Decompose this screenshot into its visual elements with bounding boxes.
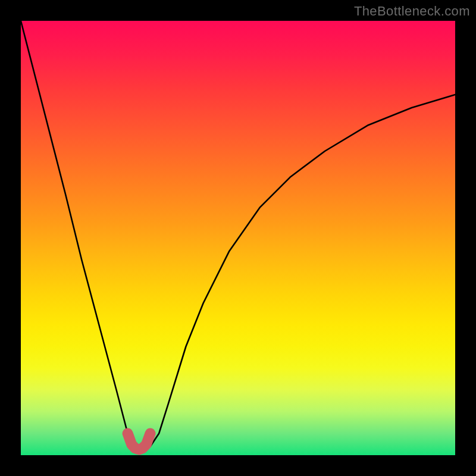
valley-marker (128, 434, 151, 450)
bottleneck-curve (21, 21, 455, 450)
watermark-text: TheBottleneck.com (354, 4, 470, 19)
plot-area (21, 21, 455, 455)
plot-svg (21, 21, 455, 455)
chart-frame: TheBottleneck.com (0, 0, 476, 476)
